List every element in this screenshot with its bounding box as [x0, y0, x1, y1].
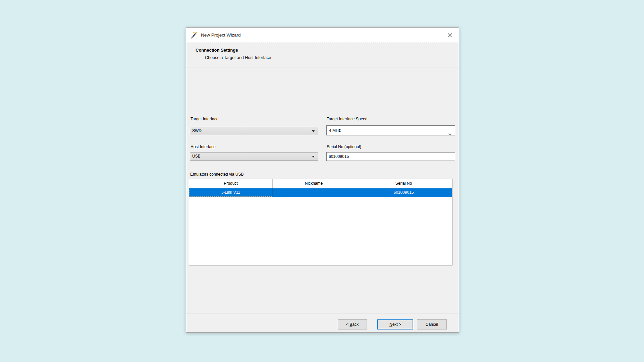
- serial-no-input[interactable]: 601009015: [326, 152, 455, 161]
- chevron-down-icon: [448, 130, 452, 139]
- new-project-wizard-dialog: New Project Wizard Connection Settings C…: [186, 27, 459, 333]
- wizard-header: Connection Settings Choose a Target and …: [186, 43, 459, 67]
- dropdown-arrow-icon: [312, 156, 315, 158]
- emulators-table[interactable]: Product Nickname Serial No J-Link V11 60…: [189, 179, 452, 265]
- column-header-serial-no[interactable]: Serial No: [355, 179, 452, 188]
- host-interface-value: USB: [192, 154, 201, 159]
- serial-no-label: Serial No (optional): [327, 144, 361, 149]
- emulators-table-header: Product Nickname Serial No: [189, 179, 452, 188]
- row-nickname-cell[interactable]: [273, 188, 355, 197]
- desktop-background: New Project Wizard Connection Settings C…: [0, 0, 644, 362]
- column-header-product[interactable]: Product: [189, 179, 273, 188]
- table-row[interactable]: J-Link V11 601009015: [189, 188, 452, 197]
- target-interface-dropdown[interactable]: SWD: [190, 127, 318, 135]
- host-interface-dropdown[interactable]: USB: [190, 152, 318, 161]
- target-interface-label: Target Interface: [191, 117, 218, 121]
- next-button[interactable]: Next >: [377, 319, 413, 329]
- target-interface-speed-label: Target Interface Speed: [327, 117, 367, 121]
- column-header-nickname[interactable]: Nickname: [273, 179, 355, 188]
- target-interface-value: SWD: [192, 128, 202, 133]
- target-interface-speed-value: 4 MHz: [329, 128, 341, 133]
- cancel-button[interactable]: Cancel: [417, 319, 447, 329]
- close-icon: [447, 33, 452, 38]
- wand-icon: [190, 31, 198, 39]
- row-serial-cell[interactable]: 601009015: [355, 188, 452, 197]
- page-title: Connection Settings: [196, 48, 238, 53]
- connection-settings-page: Target Interface SWD Target Interface Sp…: [186, 68, 459, 312]
- target-interface-speed-combobox[interactable]: 4 MHz: [326, 125, 455, 135]
- window-title: New Project Wizard: [201, 27, 241, 43]
- close-button[interactable]: [445, 30, 455, 40]
- dropdown-arrow-icon: [312, 130, 315, 132]
- back-button[interactable]: < Back: [338, 319, 367, 329]
- footer-separator: [186, 313, 459, 313]
- row-product-cell[interactable]: J-Link V11: [189, 188, 273, 197]
- title-bar[interactable]: New Project Wizard: [186, 27, 459, 43]
- emulators-list-label: Emulators connected via USB: [190, 172, 244, 177]
- host-interface-label: Host Interface: [191, 144, 216, 149]
- serial-no-value: 601009015: [329, 154, 349, 159]
- page-subtitle: Choose a Target and Host Interface: [205, 55, 271, 60]
